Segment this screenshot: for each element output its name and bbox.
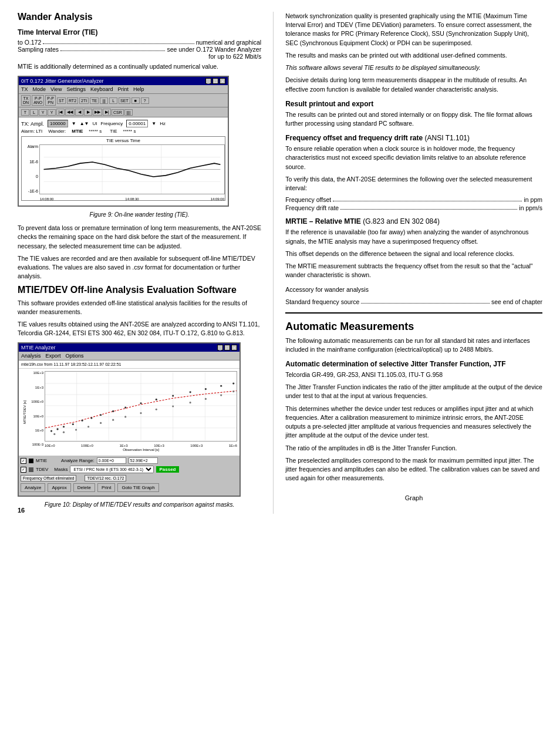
sim2-plot: 10E+0 100E+0 1E+3 10E+3 100E+3 1E+6 Obse… — [45, 371, 237, 453]
sim2-delete-btn[interactable]: Delete — [73, 483, 95, 492]
sim-menu-tx[interactable]: TX — [21, 86, 28, 92]
sim-btn-l[interactable]: L — [109, 97, 117, 104]
sim2-mtie-color — [29, 459, 33, 463]
sim-hz-label: Hz — [160, 121, 166, 126]
sim2-masks-dropdown[interactable]: ETSI / PRC Note II (ETS 300 462-3-1) — [70, 466, 154, 473]
sim-chart-1: TIE versus Time Alarm 1E-6 0 -1E-6 — [21, 136, 225, 201]
sim2-range-to[interactable] — [129, 457, 158, 464]
sim-btn-bars[interactable]: ||| — [100, 97, 108, 104]
freq-offset-body2: To verify this data, the ANT-20SE determ… — [285, 175, 542, 193]
sim2-tdev-checkbox[interactable]: ✓ — [21, 467, 26, 473]
sim2-minimize-btn[interactable]: _ — [217, 345, 223, 351]
sim2-menu-export[interactable]: Export — [46, 353, 61, 359]
sim-dropdown-arrow[interactable]: ▼ — [72, 121, 76, 126]
chart-y-1e6: 1E-6 — [29, 160, 38, 164]
sim-btn-help[interactable]: ? — [141, 97, 149, 104]
sim-btn-pp-pn[interactable]: P-PPN — [45, 95, 56, 106]
sim-btn-te[interactable]: TE — [90, 97, 99, 104]
sim-btn-play[interactable]: ▶ — [84, 109, 92, 116]
after-fig-1: To prevent data loss or premature termin… — [18, 224, 261, 251]
sim2-goto-btn[interactable]: Goto TIE Graph — [117, 483, 158, 492]
sim-btn-st[interactable]: ST — [57, 97, 66, 104]
sim2-approx-btn[interactable]: Approx — [48, 483, 70, 492]
sim2-menu-analysis[interactable]: Analysis — [21, 353, 41, 359]
freq-offset-body1: To ensure reliable operation when a cloc… — [285, 144, 542, 171]
sim-btn-img[interactable]: ■ — [131, 97, 140, 104]
right-separator — [285, 312, 542, 314]
sim-btn-set[interactable]: SET — [119, 97, 130, 104]
svg-point-39 — [156, 409, 157, 410]
sim-menu-view[interactable]: View — [50, 86, 62, 92]
sim-body-1: TX: Ampl. 100000 ▼ ▲▼ UI Frequency 0.000… — [19, 117, 228, 205]
sim-maximize-btn[interactable]: □ — [212, 78, 218, 84]
wander-analysis-section: Wander Analysis Time Interval Error (TIE… — [18, 12, 261, 281]
freq-offset-line-1: Frequency offset in ppm — [285, 196, 542, 203]
sim-close-btn[interactable]: × — [220, 78, 225, 84]
sim-btn-2ti[interactable]: 2TI — [79, 97, 89, 104]
fig1-caption: Figure 9: On-line wander testing (TIE). — [18, 211, 261, 218]
sim-window-1: 0IT 0.172 Jitter Generator/Analyzer _ □ … — [18, 76, 229, 207]
sim2-range-from[interactable] — [97, 457, 126, 464]
sim2-maximize-btn[interactable]: □ — [224, 345, 230, 351]
sim2-print-btn[interactable]: Print — [97, 483, 115, 492]
svg-point-21 — [100, 415, 102, 416]
sim-btn-back[interactable]: ◀ — [75, 109, 83, 116]
sim2-close-btn[interactable]: × — [231, 345, 237, 351]
sim-menu-print[interactable]: Print — [117, 86, 129, 92]
sim-btn-l2[interactable]: L — [30, 109, 38, 116]
sim2-mtie-label: MTIE — [36, 458, 47, 463]
sim-btn-y1[interactable]: Y — [39, 109, 47, 116]
svg-point-20 — [90, 417, 92, 419]
mrtie-body1: If the reference is unavailable (too far… — [285, 228, 542, 245]
sim-menu-keyboard[interactable]: Keyboard — [90, 86, 113, 92]
sim-title-1: 0IT 0.172 Jitter Generator/Analyzer — [21, 78, 103, 84]
svg-point-19 — [82, 420, 83, 422]
sim-btn-y2[interactable]: Y — [48, 109, 56, 116]
sim2-tdev-rec-label: TDEV/12 rec. O.172 — [85, 475, 126, 481]
sim-btn-skip-fwd[interactable]: ▶| — [103, 109, 111, 116]
svg-point-37 — [124, 416, 126, 418]
svg-point-35 — [100, 422, 102, 424]
sim-btn-rt2[interactable]: RT2 — [67, 97, 78, 104]
svg-point-38 — [140, 412, 141, 414]
svg-point-22 — [112, 410, 114, 412]
sim-btn-skip-back[interactable]: |◀ — [56, 109, 65, 116]
sim-alarm-row: Alarm: LTI Wander: MTIE ***** s TIE ****… — [21, 129, 225, 134]
sim2-menu-options[interactable]: Options — [66, 353, 84, 359]
sim-freq-dropdown[interactable]: ▼ — [151, 121, 156, 126]
sim-btn-csr[interactable]: CSR — [112, 109, 124, 116]
std-freq-value: see end of chapter — [491, 298, 542, 305]
sim-btn-tx-dn[interactable]: TXDN — [21, 95, 31, 106]
svg-point-18 — [72, 423, 74, 425]
sim2-x-scale: 10E+0 100E+0 1E+3 10E+3 100E+3 1E+6 — [45, 443, 237, 447]
mtie-text: MTIE is additionally determined as a con… — [18, 62, 261, 71]
right-column: Network synchronization quality is prese… — [273, 12, 542, 514]
chart-x-labels: 14:08:00 14:08:30 14:09:00 — [40, 197, 224, 201]
chart-y-neg1e6: -1E-6 — [28, 189, 38, 193]
freq-drift-label: Frequency drift rate — [285, 204, 339, 211]
sim-btn-fast-fwd[interactable]: ▶▶ — [93, 109, 102, 116]
sim-alarm-label: Alarm: LTI — [21, 129, 42, 134]
sim-menu-settings[interactable]: Settings — [66, 86, 86, 92]
freq-offset-dots — [333, 196, 522, 201]
sim-btn-t[interactable]: T — [21, 109, 29, 116]
sim-btn-fast-back[interactable]: ◀◀ — [65, 109, 75, 116]
sim-btn-grid[interactable]: |||| — [124, 109, 133, 116]
sim-minimize-btn[interactable]: _ — [205, 78, 211, 84]
sim-titlebar-2: MTIE Analyzer _ □ × — [19, 343, 239, 352]
sim-freq-value[interactable]: 0.00001 — [126, 120, 148, 127]
svg-point-42 — [205, 398, 207, 400]
graph-label: Graph — [405, 494, 423, 501]
sim-menu-mode[interactable]: Mode — [33, 86, 46, 92]
svg-point-15 — [50, 430, 52, 432]
sim2-analyze-btn[interactable]: Analyze — [21, 483, 45, 492]
mtie-tdev-section: MTIE/TDEV Off-line Analysis Evaluation S… — [18, 285, 261, 508]
sim2-mtie-checkbox[interactable]: ✓ — [21, 458, 26, 464]
sim-btn-pp-ano[interactable]: P-PANO — [32, 95, 44, 106]
sim-menu-help[interactable]: Help — [133, 86, 144, 92]
sim-tx-value[interactable]: 100000 — [48, 120, 68, 127]
sim-tx-label: TX: Ampl. — [21, 121, 44, 127]
printout-text: The results and masks can be printed out… — [285, 51, 542, 60]
jtf-body1: The Jitter Transfer Function indicates t… — [285, 383, 542, 400]
sim-toolbar-2: T L Y Y |◀ ◀◀ ◀ ▶ ▶▶ ▶| CSR |||| — [19, 107, 228, 117]
